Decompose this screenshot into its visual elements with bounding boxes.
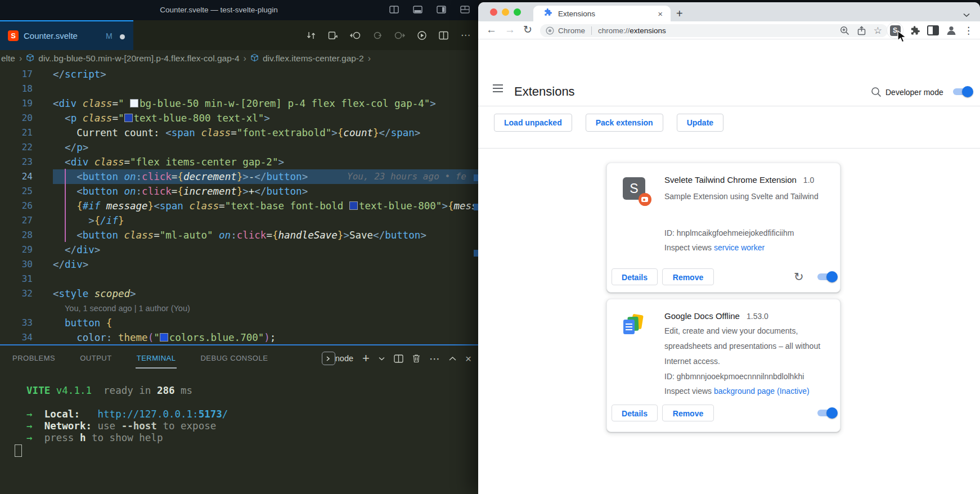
breadcrumb-separator-icon: ›	[19, 53, 22, 64]
breadcrumb-item[interactable]: div..bg-blue-50.min-w-[20rem].p-4.flex.f…	[38, 53, 239, 64]
kill-terminal-icon[interactable]	[412, 354, 420, 363]
terminal-dropdown-icon[interactable]	[379, 357, 385, 361]
main-menu-icon[interactable]	[493, 88, 503, 89]
terminal-line: → press h to show help	[15, 432, 228, 444]
active-indent-guide	[65, 169, 66, 242]
code-text	[53, 82, 478, 96]
remove-button[interactable]: Remove	[662, 405, 714, 421]
more-actions-icon[interactable]: ⋯	[461, 29, 470, 41]
details-button[interactable]: Details	[612, 268, 658, 285]
customize-layout-icon[interactable]	[460, 6, 470, 14]
code-editor[interactable]: 17</script>1819<div class=" bg-blue-50 m…	[0, 67, 478, 344]
new-terminal-icon[interactable]: +	[362, 352, 370, 365]
profile-avatar-icon[interactable]	[946, 25, 957, 36]
reload-icon[interactable]: ↻	[523, 23, 532, 37]
panel-tab-problems[interactable]: PROBLEMS	[0, 347, 68, 370]
zoom-icon[interactable]	[840, 26, 849, 35]
panel-tab-output[interactable]: OUTPUT	[68, 347, 124, 370]
code-text: <button class="ml-auto" on:click={handle…	[53, 228, 478, 242]
code-line: 28 <button class="ml-auto" on:click={han…	[0, 228, 478, 242]
code-line: 26 {#if message}<span class="text-base f…	[0, 199, 478, 213]
remove-button[interactable]: Remove	[662, 268, 714, 285]
details-button[interactable]: Details	[612, 405, 658, 421]
svelte-s-badge-icon: S	[623, 177, 645, 200]
desktop: Counter.svelte — test-svelte-plugin S Co…	[0, 0, 980, 494]
compare-changes-icon[interactable]	[306, 31, 316, 40]
breadcrumb-item[interactable]: div.flex.items-center.gap-2	[263, 53, 364, 64]
terminal-shell-icon	[322, 352, 335, 365]
share-icon[interactable]	[857, 26, 866, 35]
run-icon[interactable]	[417, 30, 427, 41]
code-text: <button on:click={increment}>+</button>	[53, 184, 478, 199]
panel-more-icon[interactable]: ⋯	[429, 353, 440, 364]
code-text: </div>	[53, 242, 478, 257]
forward-icon: →	[505, 23, 515, 37]
panel-tab-terminal[interactable]: TERMINAL	[124, 347, 188, 370]
extension-title-row: Svelete Tailwind Chrome Extension1.0	[664, 174, 814, 186]
extensions-puzzle-icon[interactable]	[910, 25, 920, 36]
terminal-line	[15, 397, 228, 408]
toggle-sidebar-icon[interactable]	[389, 6, 399, 14]
zoom-window-button[interactable]	[514, 8, 521, 16]
open-preview-icon[interactable]	[328, 31, 338, 40]
code-text: button {	[53, 316, 478, 330]
tab-search-icon[interactable]	[963, 10, 970, 20]
button-load-unpacked[interactable]: Load unpacked	[494, 114, 572, 132]
terminal-shell-label: node	[335, 354, 353, 363]
close-window-button[interactable]	[490, 8, 497, 16]
terminal-cursor	[15, 444, 22, 457]
bookmark-star-icon[interactable]: ☆	[874, 26, 882, 35]
search-icon[interactable]	[871, 87, 882, 97]
line-number: 34	[0, 330, 33, 344]
line-number: 18	[0, 82, 33, 96]
symbol-cube-icon	[250, 53, 259, 64]
minimize-window-button[interactable]	[502, 8, 509, 16]
tab-counter-svelte[interactable]: S Counter.svelte M	[0, 20, 133, 50]
breadcrumb-file[interactable]: elte	[1, 53, 15, 64]
breadcrumb[interactable]: elte›div..bg-blue-50.min-w-[20rem].p-4.f…	[1, 50, 478, 67]
overview-ruler-mark	[474, 250, 478, 257]
overview-ruler-mark	[474, 204, 478, 210]
terminal-instance[interactable]: node	[322, 352, 353, 365]
line-number: 24	[0, 169, 33, 184]
side-panel-icon[interactable]	[927, 25, 939, 35]
developer-mode-toggle[interactable]	[953, 88, 972, 95]
code-text: {#if message}<span class="text-base font…	[53, 199, 478, 213]
bottom-panel: PROBLEMSOUTPUTTERMINALDEBUG CONSOLE node…	[0, 344, 478, 494]
maximize-panel-icon[interactable]	[449, 356, 456, 361]
line-number: 20	[0, 111, 33, 125]
code-line: 22 </p>	[0, 140, 478, 155]
extension-version: 1.53.0	[747, 312, 768, 321]
unpacked-badge-icon	[639, 193, 651, 206]
close-panel-icon[interactable]: ×	[465, 353, 471, 364]
address-bar[interactable]: Chrome chrome://extensions ☆	[540, 24, 888, 37]
toggle-panel-icon[interactable]	[413, 6, 423, 14]
button-pack-extension[interactable]: Pack extension	[586, 114, 663, 132]
symbol-cube-icon	[26, 53, 34, 64]
extension-reload-icon[interactable]: ↻	[794, 270, 804, 284]
previous-change-icon[interactable]	[350, 31, 361, 40]
chrome-menu-icon[interactable]: ⋮	[964, 25, 973, 37]
code-line: 33 button {	[0, 316, 478, 330]
tab-extensions[interactable]: Extensions ×	[533, 6, 671, 21]
extension-enabled-toggle[interactable]	[817, 273, 837, 280]
unsaved-dot-icon[interactable]	[120, 34, 125, 39]
terminal-output[interactable]: VITE v4.1.1 ready in 286 ms → Local: htt…	[15, 385, 228, 444]
split-terminal-icon[interactable]	[394, 354, 403, 363]
terminal-line: → Network: use --host to expose	[15, 420, 228, 432]
button-update[interactable]: Update	[677, 114, 723, 132]
close-tab-icon[interactable]: ×	[658, 9, 663, 19]
breadcrumb-separator-icon: ›	[368, 53, 371, 64]
back-icon[interactable]: ←	[486, 23, 497, 37]
new-tab-button[interactable]: +	[676, 7, 683, 20]
next-change-icon	[394, 31, 405, 40]
developer-mode-label: Developer mode	[885, 88, 943, 97]
split-editor-icon[interactable]	[439, 31, 449, 40]
code-line: 34 color: theme("colors.blue.700");	[0, 330, 478, 344]
inspect-view-link[interactable]: service worker	[714, 243, 765, 252]
git-blame-annotation: You, 1 second ago | 1 author (You)	[0, 301, 478, 316]
toggle-secondary-sidebar-icon[interactable]	[437, 6, 447, 14]
panel-tab-debug-console[interactable]: DEBUG CONSOLE	[188, 347, 280, 370]
extension-enabled-toggle[interactable]	[817, 410, 837, 416]
inspect-view-link[interactable]: background page (Inactive)	[714, 387, 810, 396]
